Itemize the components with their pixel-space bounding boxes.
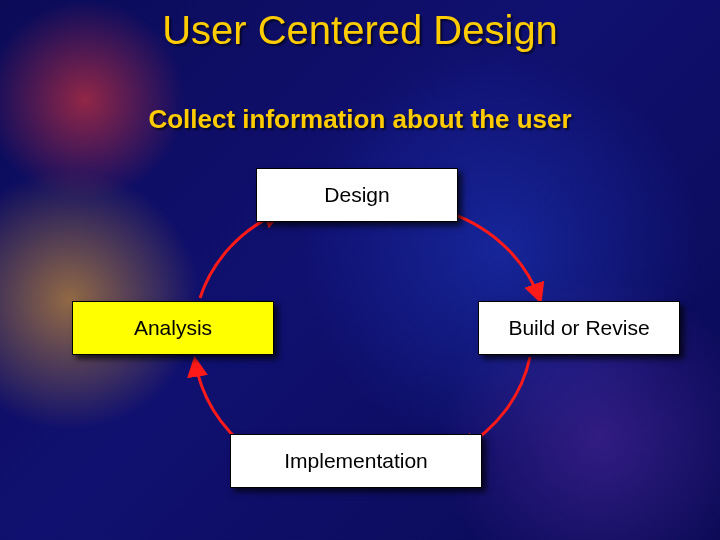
node-implementation-label: Implementation (284, 449, 428, 473)
node-analysis: Analysis (72, 301, 274, 355)
node-design: Design (256, 168, 458, 222)
node-implementation: Implementation (230, 434, 482, 488)
node-design-label: Design (324, 183, 389, 207)
slide: User Centered Design Collect information… (0, 0, 720, 540)
node-build-label: Build or Revise (508, 316, 649, 340)
slide-title: User Centered Design (0, 8, 720, 53)
arrow-analysis-to-design (200, 212, 280, 298)
arrow-design-to-build (440, 210, 540, 300)
node-build: Build or Revise (478, 301, 680, 355)
slide-subtitle: Collect information about the user (0, 104, 720, 135)
node-analysis-label: Analysis (134, 316, 212, 340)
